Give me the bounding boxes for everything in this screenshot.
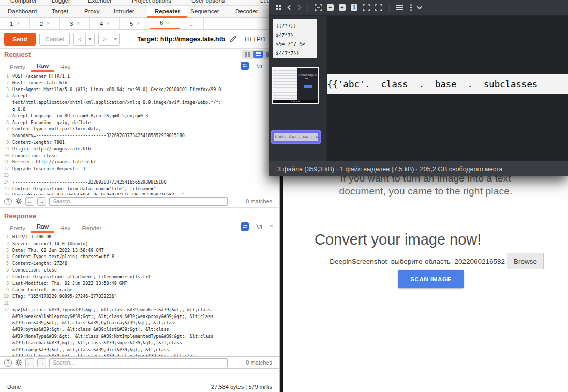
more-options-icon[interactable]	[410, 7, 412, 8]
prev-match-icon[interactable]: ←	[25, 358, 34, 367]
apps-grid-icon[interactable]	[276, 5, 281, 10]
response-editor-row: 10ETag: "1654178329.90895-27246-37703223…	[0, 293, 279, 300]
response-editor-row: 6Connection: close	[0, 267, 279, 274]
layout-columns-button[interactable]	[243, 51, 252, 58]
tab-project-options[interactable]: Project options	[132, 0, 171, 4]
close-tab-icon[interactable]: ×	[17, 21, 20, 26]
toolbar-separator	[241, 35, 241, 44]
repeater-tab-more[interactable]: ...	[180, 18, 204, 29]
tab-target[interactable]: Target	[52, 6, 68, 18]
toolbar-separator	[389, 4, 390, 12]
fullscreen-icon[interactable]	[363, 4, 370, 11]
zoom-in-icon[interactable]: +	[339, 4, 346, 11]
zoom-out-icon[interactable]: −	[327, 4, 334, 11]
tab-user-options[interactable]: User options	[191, 0, 225, 4]
thumbnail-selected-payload[interactable]: {{'abc'.__class__.__base__.__subclasses_…	[271, 130, 321, 144]
repeater-item-tabs: 1× 2× 3× 4× 5× 6× ...	[0, 18, 279, 30]
tab-decoder[interactable]: Decoder	[235, 6, 258, 18]
tagline-line2: document, you came to the right place.	[283, 186, 568, 197]
send-button[interactable]: Send	[4, 33, 36, 46]
settings-gear-icon[interactable]	[15, 198, 22, 205]
next-match-icon[interactable]: →	[37, 358, 46, 367]
close-tab-icon[interactable]: ×	[137, 21, 140, 26]
settings-gear-icon[interactable]	[15, 359, 22, 366]
tab-intruder[interactable]: Intruder	[114, 6, 134, 18]
toolbar-separator	[307, 4, 308, 12]
forward-dropdown-icon[interactable]	[111, 33, 119, 45]
request-editor-row: 12Upgrade-Insecure-Requests: 1	[0, 165, 279, 172]
back-button[interactable]: <	[73, 33, 95, 46]
browse-button[interactable]: Browse	[507, 253, 543, 269]
tab-repeater[interactable]: Repeater	[147, 6, 187, 18]
edit-target-pencil-icon[interactable]	[229, 35, 237, 43]
menu-icon[interactable]: ≡	[270, 223, 273, 230]
repeater-tab-5[interactable]: 5×	[120, 18, 150, 29]
request-tab-raw[interactable]: Raw	[31, 61, 54, 72]
request-header: Request	[0, 49, 279, 60]
zoom-fit-icon[interactable]	[315, 4, 322, 11]
response-editor-row: 4Content-Type: text/plain; charset=utf-8	[0, 253, 279, 260]
request-match-count: 0 matches	[246, 198, 272, 204]
response-tab-pretty[interactable]: Pretty	[4, 223, 31, 233]
response-tab-render[interactable]: Render	[77, 223, 108, 233]
request-title: Request	[4, 51, 31, 58]
show-newlines-icon[interactable]: \n	[256, 224, 262, 230]
list-view-icon[interactable]	[396, 5, 403, 10]
show-newlines-icon[interactable]: \n	[256, 63, 262, 69]
help-icon[interactable]: ?	[4, 359, 12, 367]
request-editor[interactable]: 1POST /scanner HTTP/1.1 2Host: images.la…	[0, 72, 279, 195]
tab-extender[interactable]: Extender	[88, 0, 112, 4]
http-version-select[interactable]: HTTP/1	[245, 36, 266, 43]
help-icon[interactable]: ?	[4, 198, 12, 205]
request-search-input[interactable]	[49, 197, 228, 206]
tab-sequencer[interactable]: Sequencer	[190, 6, 219, 18]
burp-window: Comparer Logger Extender Project options…	[0, 0, 280, 392]
thumbnail-text-line: ${{7*7}}	[276, 49, 314, 58]
forward-icon[interactable]	[296, 5, 302, 10]
chevron-down-icon[interactable]	[417, 4, 422, 9]
close-tab-icon[interactable]: ×	[167, 20, 170, 26]
request-tab-hex[interactable]: Hex	[54, 63, 76, 72]
repeater-tab-2[interactable]: 2×	[30, 18, 60, 29]
back-icon[interactable]	[288, 5, 293, 10]
status-bytes-time: 27,584 bytes | 579 millis	[211, 384, 272, 390]
back-dropdown-icon[interactable]	[85, 33, 94, 45]
inspector-filter-icon[interactable]	[241, 62, 249, 70]
repeater-tab-3[interactable]: 3×	[60, 18, 90, 29]
burp-main-tab-row: Dashboard Target Proxy Intruder Repeater…	[0, 6, 279, 18]
thumb-burp-pane	[273, 68, 297, 100]
repeater-tab-1[interactable]: 1×	[0, 18, 30, 29]
scan-image-button[interactable]: SCAN IMAGE	[398, 270, 464, 288]
next-match-icon[interactable]: →	[37, 197, 46, 206]
tab-logger[interactable]: Logger	[52, 0, 70, 4]
request-editor-row: 2Host: images.late.htb	[0, 80, 279, 86]
response-tab-hex[interactable]: Hex	[54, 223, 76, 233]
thumbnail-text-file[interactable]: {{7*7}}${7*7}<%= 7*7 %>${{7*7}}	[273, 19, 317, 58]
response-search-input[interactable]	[49, 358, 228, 367]
file-input[interactable]: DeepinScreenshot_выберите-область_202206…	[315, 253, 544, 269]
layout-rows-button[interactable]	[253, 51, 263, 58]
close-tab-icon[interactable]: ×	[47, 21, 50, 26]
tab-proxy[interactable]: Proxy	[84, 6, 99, 18]
tab-dashboard[interactable]: Dashboard	[8, 6, 37, 18]
response-tab-raw[interactable]: Raw	[31, 222, 54, 233]
prev-match-icon[interactable]: ←	[25, 197, 34, 206]
response-header: Response	[0, 207, 279, 221]
forward-button[interactable]: >	[98, 33, 119, 46]
repeater-tab-4[interactable]: 4×	[90, 18, 120, 29]
cancel-button[interactable]: Cancel	[39, 33, 70, 46]
repeater-tab-6[interactable]: 6×	[150, 18, 180, 29]
request-editor-row: 3User-Agent: Mozilla/5.0 (X11; Linux x86…	[0, 86, 279, 93]
thumbnail-screenshot[interactable]: Convert image to tex...	[272, 67, 319, 104]
response-editor[interactable]: 1HTTP/1.1 200 OK 2Server: nginx/1.14.0 (…	[0, 233, 279, 356]
inspector-filter-icon[interactable]	[241, 222, 249, 231]
close-tab-icon[interactable]: ×	[107, 21, 110, 26]
close-tab-icon[interactable]: ×	[77, 21, 80, 26]
zoom-original-icon[interactable]: 1	[351, 4, 357, 11]
request-editor-row: q=0.8	[0, 106, 279, 113]
fit-window-icon[interactable]	[375, 4, 382, 11]
image-preview-area[interactable]: {{'abc'.__class__.__base__.__subclasses_…	[327, 16, 568, 161]
request-tab-pretty[interactable]: Pretty	[4, 63, 31, 72]
tab-comparer[interactable]: Comparer	[10, 0, 37, 4]
response-editor-row: 1HTTP/1.1 200 OK	[0, 234, 279, 240]
